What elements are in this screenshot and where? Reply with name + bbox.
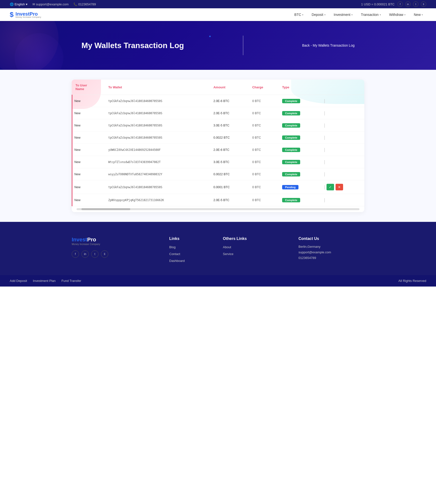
cell-wallet-6: wsyyZuTO08NDTXfu858274034098032Y — [105, 168, 210, 180]
table-row: New ZpNVspppcpKPjqKgT562182173116662K 2.… — [72, 194, 365, 206]
cell-amount-8: 2.0E-5 BTC — [210, 194, 249, 206]
footer-top: InvestPro Money Increase Company f in t … — [0, 222, 436, 275]
cell-amount-6: 0.0022 BTC — [210, 168, 249, 180]
row-divider-3: | — [324, 135, 325, 140]
divider-7: | — [324, 185, 325, 190]
footer-fund-transfer[interactable]: Fund Transfer — [61, 279, 81, 283]
nav-deposit[interactable]: Deposit ▾ — [308, 11, 329, 19]
scrollbar-thumb[interactable] — [81, 208, 130, 210]
cell-amount-7: 0.0001 BTC — [210, 180, 249, 194]
footer-link-contact[interactable]: Contact — [169, 252, 180, 256]
nav-transaction[interactable]: Transaction ▾ — [357, 11, 384, 19]
status-badge-6: Complete — [282, 172, 300, 176]
logo-sub: Money Increase Company — [16, 16, 41, 18]
footer-facebook-icon[interactable]: f — [72, 250, 79, 258]
col-type: Type — [279, 80, 321, 95]
footer-link-service[interactable]: Service — [223, 252, 233, 256]
cell-status-8: Complete — [279, 194, 321, 206]
table-row: New tpCGkFaZcbqnwJ6l418018460070550S 3.0… — [72, 119, 365, 132]
nav-new[interactable]: New ▾ — [410, 11, 426, 19]
table-row: New tpCGkFaZcbqnwJ6l418018460070550S 0.0… — [72, 180, 365, 194]
table-row: New wsyyZuTO08NDTXfu858274034098032Y 0.0… — [72, 168, 365, 180]
language-selector[interactable]: 🌐 English ▾ — [10, 2, 28, 6]
nav-withdraw[interactable]: Withdraw ▾ — [386, 11, 409, 19]
nav-investment[interactable]: Investment ▾ — [330, 11, 356, 19]
table-row: New WtcpTZlvnsdwD7sl83743839947082T 3.0E… — [72, 156, 365, 168]
cell-wallet-1: tpCGkFaZcbqnwJ6l418018460070550S — [105, 107, 210, 119]
status-badge-1: Complete — [282, 111, 300, 115]
table-wrapper: To UserName To Wallet Amount Charge Type… — [72, 80, 364, 212]
cell-wallet-0: tpCGkFaZcbqnwJ6l418018460070550S — [105, 95, 210, 107]
status-badge-4: Complete — [282, 148, 300, 152]
footer-phone: 0123654789 — [298, 256, 364, 260]
footer-add-deposit[interactable]: Add Deposit — [10, 279, 27, 283]
cell-status-1: Complete — [279, 107, 321, 119]
cell-wallet-5: WtcpTZlvnsdwD7sl83743839947082T — [105, 156, 210, 168]
cell-status-3: Complete — [279, 132, 321, 144]
cell-wallet-7: tpCGkFaZcbqnwJ6l418018460070550S — [105, 180, 210, 194]
row-divider-0: | — [324, 98, 325, 103]
cell-actions-8: | — [321, 194, 364, 206]
phone-info: 📞 0123654789 — [73, 2, 96, 6]
cell-charge-1: 0 BTC — [249, 107, 278, 119]
approve-button-7[interactable]: ✓ — [327, 184, 334, 190]
footer-brand: InvestPro Money Increase Company f in t … — [72, 237, 159, 265]
footer-link-dashboard[interactable]: Dashboard — [169, 259, 185, 263]
cell-user-6: New — [72, 168, 105, 180]
twitter-icon[interactable]: t — [413, 1, 418, 7]
footer-links-list: Blog Contact Dashboard — [169, 245, 213, 263]
cell-user-2: New — [72, 119, 105, 132]
table-header-row: To UserName To Wallet Amount Charge Type — [72, 80, 365, 95]
cell-wallet-4: yUW6CZdVwC4XJXE144869252844508F — [105, 144, 210, 156]
reject-button-7[interactable]: ✕ — [336, 184, 343, 190]
horizontal-scrollbar[interactable] — [77, 208, 359, 210]
nav-links: BTC ▾ Deposit ▾ Investment ▾ Transaction… — [291, 11, 426, 19]
footer-link-about[interactable]: About — [223, 245, 231, 249]
nav-btc[interactable]: BTC ▾ — [291, 11, 307, 19]
footer-address: Berlin,Germany — [298, 245, 364, 248]
cell-status-7: Pending — [279, 180, 321, 194]
status-badge-3: Complete — [282, 135, 300, 140]
email-info: ✉ support@example.com — [32, 2, 69, 6]
hero-divider — [243, 36, 243, 55]
cell-wallet-3: tpCGkFaZcbqnwJ6l418018460070550S — [105, 132, 210, 144]
row-divider-4: | — [324, 147, 325, 152]
footer-logo-sub: Money Increase Company — [72, 243, 159, 246]
cell-amount-0: 2.0E-6 BTC — [210, 95, 249, 107]
row-divider-8: | — [324, 197, 325, 202]
btc-rate: 1 USD = 0.000021 BTC — [361, 2, 395, 6]
cell-user-4: New — [72, 144, 105, 156]
cell-actions-7: | ✓ ✕ — [321, 180, 364, 194]
cell-actions-1: | — [321, 107, 364, 119]
cell-amount-1: 2.0E-5 BTC — [210, 107, 249, 119]
cell-status-2: Complete — [279, 119, 321, 132]
cell-user-0: New — [72, 95, 105, 107]
logo[interactable]: $ InvestPro Money Increase Company — [10, 11, 41, 19]
footer-links-title: Links — [169, 237, 213, 241]
table-row: New yUW6CZdVwC4XJXE144869252844508F 2.0E… — [72, 144, 365, 156]
col-wallet: To Wallet — [105, 80, 210, 95]
row-divider-6: | — [324, 172, 325, 176]
col-user: To UserName — [72, 80, 105, 95]
cell-status-4: Complete — [279, 144, 321, 156]
cell-charge-5: 0 BTC — [249, 156, 278, 168]
cell-amount-5: 3.0E-5 BTC — [210, 156, 249, 168]
cell-actions-0: | — [321, 95, 364, 107]
cell-user-8: New — [72, 194, 105, 206]
footer-linkedin-icon[interactable]: li — [101, 250, 108, 258]
facebook-icon[interactable]: f — [397, 1, 403, 7]
cell-actions-3: | — [321, 132, 364, 144]
cell-user-3: New — [72, 132, 105, 144]
footer-twitter-icon[interactable]: t — [91, 250, 99, 258]
cell-amount-2: 3.0E-5 BTC — [210, 119, 249, 132]
cell-charge-0: 0 BTC — [249, 95, 278, 107]
cell-status-5: Complete — [279, 156, 321, 168]
footer-investment-plan[interactable]: Investment Plan — [33, 279, 56, 283]
instagram-icon[interactable]: in — [405, 1, 411, 7]
page-title: My Wallets Transaction Log — [81, 41, 184, 50]
footer-link-blog[interactable]: Blog — [169, 245, 176, 249]
linkedin-icon[interactable]: li — [421, 1, 426, 7]
footer-instagram-icon[interactable]: in — [81, 250, 89, 258]
row-divider-2: | — [324, 123, 325, 128]
table-row: New tpCGkFaZcbqnwJ6l418018460070550S 0.0… — [72, 132, 365, 144]
